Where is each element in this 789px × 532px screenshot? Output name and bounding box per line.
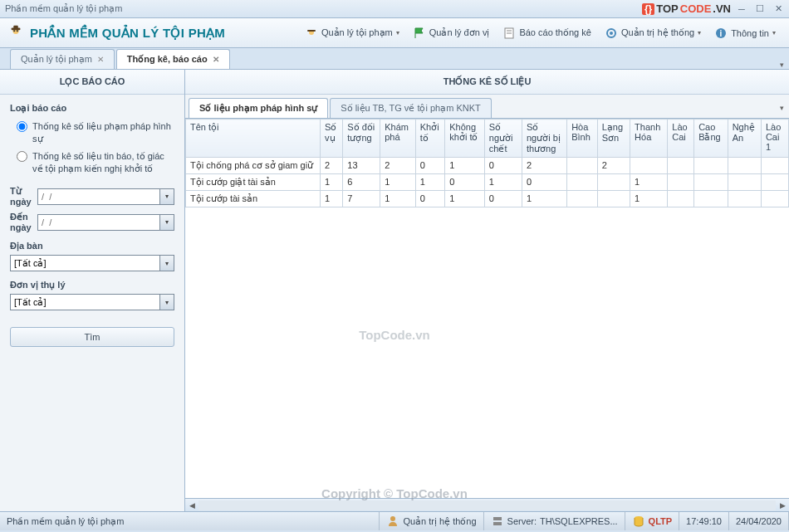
- unit-combo-button[interactable]: ▾: [159, 294, 174, 310]
- grid-cell[interactable]: 0: [522, 174, 566, 191]
- menu-crime[interactable]: Quản lý tội phạm ▾: [298, 23, 406, 43]
- grid-header-cell[interactable]: Thanh Hóa: [630, 120, 668, 158]
- grid-header-cell[interactable]: Số người bị thương: [522, 120, 566, 158]
- scroll-track[interactable]: [198, 500, 776, 510]
- grid-cell[interactable]: 1: [321, 191, 343, 207]
- from-date-picker-button[interactable]: ▾: [159, 188, 174, 205]
- grid-cell[interactable]: [567, 158, 598, 174]
- table-row[interactable]: Tội cướp giật tài sản16110101: [186, 174, 789, 191]
- tabs-expand-icon[interactable]: ▾: [780, 61, 784, 69]
- grid-cell[interactable]: 6: [343, 174, 380, 191]
- to-date-picker-button[interactable]: ▾: [159, 214, 174, 231]
- grid-header-cell[interactable]: Cao Bằng: [694, 120, 728, 158]
- grid-header-cell[interactable]: Tên tội: [186, 120, 321, 158]
- area-combo[interactable]: [10, 255, 159, 271]
- grid-cell[interactable]: Tội cướp tài sản: [186, 191, 321, 207]
- grid-cell[interactable]: 0: [415, 158, 445, 174]
- grid-cell[interactable]: [761, 158, 788, 174]
- radio-tip-stats[interactable]: [17, 151, 27, 162]
- dropdown-arrow-icon: ▾: [698, 29, 701, 37]
- close-icon[interactable]: ✕: [97, 55, 104, 64]
- grid-cell[interactable]: 1: [445, 191, 485, 207]
- grid-cell[interactable]: 2: [380, 158, 415, 174]
- scroll-left-icon[interactable]: ◀: [185, 501, 198, 510]
- grid-cell[interactable]: 13: [343, 158, 380, 174]
- grid-cell[interactable]: Tội cướp giật tài sản: [186, 174, 321, 191]
- grid-cell[interactable]: 0: [484, 158, 522, 174]
- grid-cell[interactable]: [728, 158, 761, 174]
- area-combo-button[interactable]: ▾: [159, 255, 174, 271]
- scroll-right-icon[interactable]: ▶: [776, 501, 789, 510]
- radio-criminal-stats-label[interactable]: Thống kê số liệu phạm pháp hình sự: [32, 120, 174, 145]
- grid-cell[interactable]: [761, 174, 788, 191]
- menu-unit[interactable]: Quản lý đơn vị: [406, 23, 497, 43]
- data-grid-wrap[interactable]: Tên tộiSố vụSố đối tượngKhám pháKhởi tốK…: [185, 119, 789, 498]
- grid-cell[interactable]: 1: [321, 174, 343, 191]
- grid-cell[interactable]: [567, 191, 598, 207]
- grid-cell[interactable]: 0: [445, 174, 485, 191]
- grid-cell[interactable]: 1: [380, 174, 415, 191]
- grid-header-cell[interactable]: Lạng Sơn: [597, 120, 630, 158]
- grid-cell[interactable]: [728, 174, 761, 191]
- horizontal-scrollbar[interactable]: ◀ ▶: [185, 498, 789, 511]
- grid-header-cell[interactable]: Khám phá: [380, 120, 415, 158]
- grid-header-cell[interactable]: Số người chết: [484, 120, 522, 158]
- grid-cell[interactable]: 1: [522, 191, 566, 207]
- tab-statistics[interactable]: Thống kê, báo cáo ✕: [116, 49, 230, 69]
- grid-header-cell[interactable]: Nghệ An: [728, 120, 761, 158]
- grid-cell[interactable]: 2: [321, 158, 343, 174]
- grid-cell[interactable]: [668, 191, 694, 207]
- grid-header-cell[interactable]: Số đối tượng: [343, 120, 380, 158]
- table-row[interactable]: Tội chống phá cơ sở giam giữ213201022: [186, 158, 789, 174]
- to-date-input[interactable]: [37, 214, 159, 231]
- close-icon[interactable]: ✕: [213, 55, 219, 64]
- menu-admin[interactable]: Quản trị hệ thống ▾: [598, 23, 708, 43]
- grid-cell[interactable]: [597, 191, 630, 207]
- grid-cell[interactable]: 1: [630, 191, 668, 207]
- grid-cell[interactable]: 1: [415, 174, 445, 191]
- menu-info[interactable]: i Thông tin ▾: [708, 23, 782, 43]
- grid-cell[interactable]: Tội chống phá cơ sở giam giữ: [186, 158, 321, 174]
- from-date-input[interactable]: [37, 188, 159, 205]
- grid-header-cell[interactable]: Khởi tố: [415, 120, 445, 158]
- subtabs-expand-icon[interactable]: ▾: [780, 104, 784, 112]
- grid-cell[interactable]: 1: [445, 158, 485, 174]
- minimize-button[interactable]: ─: [736, 3, 747, 15]
- grid-header-cell[interactable]: Không khởi tố: [445, 120, 485, 158]
- grid-cell[interactable]: 1: [380, 191, 415, 207]
- grid-cell[interactable]: 7: [343, 191, 380, 207]
- grid-cell[interactable]: [630, 158, 668, 174]
- grid-cell[interactable]: [694, 191, 728, 207]
- radio-tip-stats-label[interactable]: Thống kê số liệu tin báo, tố giác về tội…: [32, 150, 174, 175]
- grid-cell[interactable]: 0: [484, 191, 522, 207]
- grid-cell[interactable]: [761, 191, 788, 207]
- grid-header-cell[interactable]: Lào Cai: [668, 120, 694, 158]
- subtab-tips[interactable]: Số liệu TB, TG về tội phạm KNKT: [330, 98, 491, 118]
- subtab-criminal[interactable]: Số liệu phạm pháp hình sự: [189, 98, 328, 118]
- maximize-button[interactable]: ☐: [754, 3, 766, 15]
- tab-crime-management[interactable]: Quản lý tội phạm ✕: [10, 49, 115, 69]
- menu-report[interactable]: Báo cáo thống kê: [496, 23, 598, 43]
- search-button[interactable]: Tìm: [10, 327, 174, 347]
- grid-header-cell[interactable]: Hòa Bình: [567, 120, 598, 158]
- grid-cell[interactable]: 1: [630, 174, 668, 191]
- info-icon: i: [714, 27, 728, 40]
- svg-point-3: [13, 30, 15, 32]
- table-row[interactable]: Tội cướp tài sản17101011: [186, 191, 789, 207]
- grid-cell[interactable]: 2: [597, 158, 630, 174]
- radio-criminal-stats[interactable]: [17, 121, 27, 132]
- grid-cell[interactable]: 2: [522, 158, 566, 174]
- grid-cell[interactable]: [597, 174, 630, 191]
- grid-cell[interactable]: 1: [484, 174, 522, 191]
- close-button[interactable]: ✕: [772, 3, 784, 15]
- grid-header-cell[interactable]: Lào Cai 1: [761, 120, 788, 158]
- grid-cell[interactable]: [668, 174, 694, 191]
- grid-cell[interactable]: 0: [415, 191, 445, 207]
- grid-cell[interactable]: [668, 158, 694, 174]
- grid-cell[interactable]: [694, 174, 728, 191]
- unit-combo[interactable]: [10, 294, 159, 310]
- grid-cell[interactable]: [728, 191, 761, 207]
- grid-cell[interactable]: [567, 174, 598, 191]
- grid-cell[interactable]: [694, 158, 728, 174]
- grid-header-cell[interactable]: Số vụ: [321, 120, 343, 158]
